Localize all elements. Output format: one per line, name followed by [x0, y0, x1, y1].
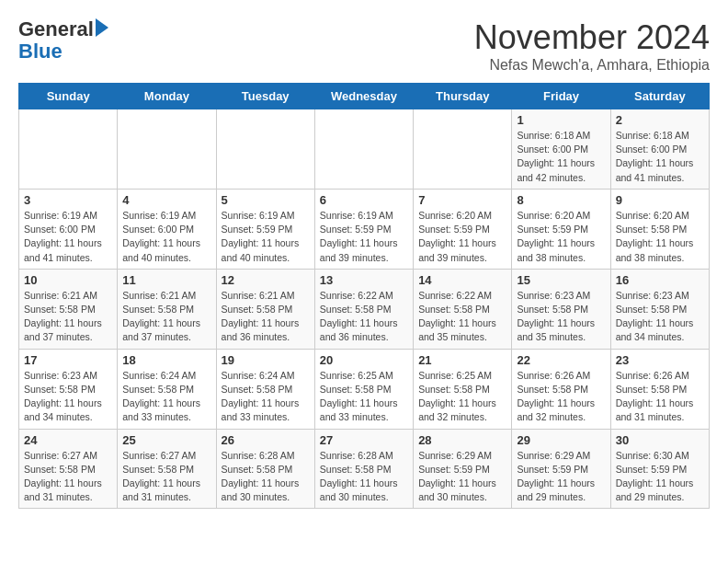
calendar-cell: 11Sunrise: 6:21 AM Sunset: 5:58 PM Dayli…: [118, 269, 216, 349]
day-detail: Sunrise: 6:26 AM Sunset: 5:58 PM Dayligh…: [517, 369, 605, 425]
calendar-cell: 12Sunrise: 6:21 AM Sunset: 5:58 PM Dayli…: [216, 269, 314, 349]
calendar-cell: 24Sunrise: 6:27 AM Sunset: 5:58 PM Dayli…: [19, 429, 118, 509]
calendar-cell: 26Sunrise: 6:28 AM Sunset: 5:58 PM Dayli…: [216, 429, 314, 509]
calendar-week-row: 17Sunrise: 6:23 AM Sunset: 5:58 PM Dayli…: [19, 349, 710, 429]
weekday-header: Friday: [512, 84, 610, 109]
calendar-cell: 3Sunrise: 6:19 AM Sunset: 6:00 PM Daylig…: [19, 189, 118, 269]
calendar-cell: 23Sunrise: 6:26 AM Sunset: 5:58 PM Dayli…: [610, 349, 709, 429]
day-detail: Sunrise: 6:18 AM Sunset: 6:00 PM Dayligh…: [517, 129, 605, 185]
day-number: 27: [320, 433, 408, 447]
day-number: 9: [616, 193, 704, 207]
weekday-header: Tuesday: [216, 84, 314, 109]
day-detail: Sunrise: 6:21 AM Sunset: 5:58 PM Dayligh…: [222, 289, 310, 345]
calendar-week-row: 24Sunrise: 6:27 AM Sunset: 5:58 PM Dayli…: [19, 429, 710, 509]
day-detail: Sunrise: 6:21 AM Sunset: 5:58 PM Dayligh…: [122, 289, 210, 345]
calendar-cell: [118, 109, 216, 190]
day-detail: Sunrise: 6:19 AM Sunset: 5:59 PM Dayligh…: [222, 209, 310, 265]
calendar-week-row: 1Sunrise: 6:18 AM Sunset: 6:00 PM Daylig…: [19, 109, 710, 190]
day-number: 15: [517, 273, 605, 287]
logo-blue: Blue: [18, 40, 63, 63]
day-detail: Sunrise: 6:19 AM Sunset: 6:00 PM Dayligh…: [24, 209, 112, 265]
day-detail: Sunrise: 6:22 AM Sunset: 5:58 PM Dayligh…: [418, 289, 506, 345]
calendar-cell: 28Sunrise: 6:29 AM Sunset: 5:59 PM Dayli…: [414, 429, 512, 509]
day-number: 6: [320, 193, 408, 207]
calendar-cell: 10Sunrise: 6:21 AM Sunset: 5:58 PM Dayli…: [19, 269, 118, 349]
day-detail: Sunrise: 6:20 AM Sunset: 5:59 PM Dayligh…: [517, 209, 605, 265]
title-block: November 2024 Nefas Mewch'a, Amhara, Eth…: [474, 18, 710, 74]
weekday-header: Sunday: [19, 84, 118, 109]
day-number: 30: [616, 433, 704, 447]
day-detail: Sunrise: 6:23 AM Sunset: 5:58 PM Dayligh…: [517, 289, 605, 345]
day-detail: Sunrise: 6:20 AM Sunset: 5:58 PM Dayligh…: [616, 209, 704, 265]
weekday-header-row: SundayMondayTuesdayWednesdayThursdayFrid…: [19, 84, 710, 109]
day-detail: Sunrise: 6:20 AM Sunset: 5:59 PM Dayligh…: [418, 209, 506, 265]
day-number: 16: [616, 273, 704, 287]
calendar-cell: 4Sunrise: 6:19 AM Sunset: 6:00 PM Daylig…: [118, 189, 216, 269]
calendar-week-row: 3Sunrise: 6:19 AM Sunset: 6:00 PM Daylig…: [19, 189, 710, 269]
calendar-cell: [216, 109, 314, 190]
calendar-cell: 1Sunrise: 6:18 AM Sunset: 6:00 PM Daylig…: [512, 109, 610, 190]
weekday-header: Thursday: [414, 84, 512, 109]
calendar-cell: 30Sunrise: 6:30 AM Sunset: 5:59 PM Dayli…: [610, 429, 709, 509]
calendar-cell: 2Sunrise: 6:18 AM Sunset: 6:00 PM Daylig…: [610, 109, 709, 190]
day-number: 14: [418, 273, 506, 287]
day-number: 23: [616, 353, 704, 367]
day-number: 17: [24, 353, 112, 367]
day-detail: Sunrise: 6:22 AM Sunset: 5:58 PM Dayligh…: [320, 289, 408, 345]
day-detail: Sunrise: 6:18 AM Sunset: 6:00 PM Dayligh…: [616, 129, 704, 185]
day-number: 5: [222, 193, 310, 207]
day-number: 8: [517, 193, 605, 207]
day-detail: Sunrise: 6:23 AM Sunset: 5:58 PM Dayligh…: [616, 289, 704, 345]
calendar-cell: 27Sunrise: 6:28 AM Sunset: 5:58 PM Dayli…: [314, 429, 413, 509]
day-number: 1: [517, 113, 605, 127]
calendar-cell: 21Sunrise: 6:25 AM Sunset: 5:58 PM Dayli…: [414, 349, 512, 429]
calendar-cell: 22Sunrise: 6:26 AM Sunset: 5:58 PM Dayli…: [512, 349, 610, 429]
day-number: 19: [222, 353, 310, 367]
calendar-cell: 7Sunrise: 6:20 AM Sunset: 5:59 PM Daylig…: [414, 189, 512, 269]
weekday-header: Wednesday: [314, 84, 413, 109]
calendar-cell: 8Sunrise: 6:20 AM Sunset: 5:59 PM Daylig…: [512, 189, 610, 269]
day-detail: Sunrise: 6:28 AM Sunset: 5:58 PM Dayligh…: [320, 449, 408, 505]
day-detail: Sunrise: 6:24 AM Sunset: 5:58 PM Dayligh…: [122, 369, 210, 425]
location-title: Nefas Mewch'a, Amhara, Ethiopia: [474, 57, 710, 74]
calendar-cell: [414, 109, 512, 190]
calendar-cell: 13Sunrise: 6:22 AM Sunset: 5:58 PM Dayli…: [314, 269, 413, 349]
calendar-cell: 19Sunrise: 6:24 AM Sunset: 5:58 PM Dayli…: [216, 349, 314, 429]
calendar-cell: 18Sunrise: 6:24 AM Sunset: 5:58 PM Dayli…: [118, 349, 216, 429]
day-number: 26: [222, 433, 310, 447]
day-detail: Sunrise: 6:23 AM Sunset: 5:58 PM Dayligh…: [24, 369, 112, 425]
month-title: November 2024: [474, 18, 710, 57]
day-detail: Sunrise: 6:21 AM Sunset: 5:58 PM Dayligh…: [24, 289, 112, 345]
weekday-header: Monday: [118, 84, 216, 109]
day-number: 29: [517, 433, 605, 447]
day-detail: Sunrise: 6:19 AM Sunset: 5:59 PM Dayligh…: [320, 209, 408, 265]
day-number: 25: [122, 433, 210, 447]
day-detail: Sunrise: 6:24 AM Sunset: 5:58 PM Dayligh…: [222, 369, 310, 425]
day-detail: Sunrise: 6:25 AM Sunset: 5:58 PM Dayligh…: [320, 369, 408, 425]
day-number: 12: [222, 273, 310, 287]
day-detail: Sunrise: 6:30 AM Sunset: 5:59 PM Dayligh…: [616, 449, 704, 505]
calendar-cell: 15Sunrise: 6:23 AM Sunset: 5:58 PM Dayli…: [512, 269, 610, 349]
day-number: 10: [24, 273, 112, 287]
day-number: 13: [320, 273, 408, 287]
calendar-cell: 29Sunrise: 6:29 AM Sunset: 5:59 PM Dayli…: [512, 429, 610, 509]
day-detail: Sunrise: 6:27 AM Sunset: 5:58 PM Dayligh…: [122, 449, 210, 505]
calendar-cell: 6Sunrise: 6:19 AM Sunset: 5:59 PM Daylig…: [314, 189, 413, 269]
day-number: 4: [122, 193, 210, 207]
calendar-cell: [19, 109, 118, 190]
day-number: 11: [122, 273, 210, 287]
day-number: 2: [616, 113, 704, 127]
day-number: 3: [24, 193, 112, 207]
day-detail: Sunrise: 6:25 AM Sunset: 5:58 PM Dayligh…: [418, 369, 506, 425]
logo: General Blue: [18, 18, 108, 63]
day-detail: Sunrise: 6:29 AM Sunset: 5:59 PM Dayligh…: [418, 449, 506, 505]
day-detail: Sunrise: 6:29 AM Sunset: 5:59 PM Dayligh…: [517, 449, 605, 505]
day-number: 24: [24, 433, 112, 447]
calendar-table: SundayMondayTuesdayWednesdayThursdayFrid…: [18, 83, 710, 509]
day-detail: Sunrise: 6:27 AM Sunset: 5:58 PM Dayligh…: [24, 449, 112, 505]
day-detail: Sunrise: 6:26 AM Sunset: 5:58 PM Dayligh…: [616, 369, 704, 425]
calendar-cell: 5Sunrise: 6:19 AM Sunset: 5:59 PM Daylig…: [216, 189, 314, 269]
page-header: General Blue November 2024 Nefas Mewch'a…: [18, 18, 710, 74]
calendar-cell: 16Sunrise: 6:23 AM Sunset: 5:58 PM Dayli…: [610, 269, 709, 349]
calendar-week-row: 10Sunrise: 6:21 AM Sunset: 5:58 PM Dayli…: [19, 269, 710, 349]
